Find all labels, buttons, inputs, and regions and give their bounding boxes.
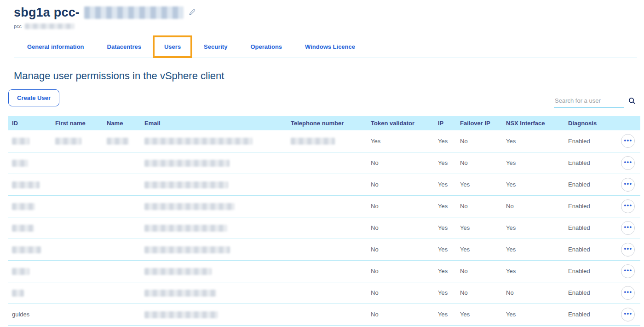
cell-diagnosis: Enabled: [564, 217, 615, 239]
cell-token-validator: Yes: [367, 130, 434, 152]
cell-token-validator: No: [367, 304, 434, 325]
cell-token-validator: No: [367, 260, 434, 282]
redacted-id: [12, 290, 24, 297]
cell-nsx-interface: No: [502, 282, 564, 304]
redacted-email: [144, 181, 228, 188]
col-name: Name: [103, 116, 141, 130]
tab-windows-licence[interactable]: Windows Licence: [293, 35, 367, 58]
cell-nsx-interface: Yes: [502, 130, 564, 152]
cell-failover-ip: No: [456, 152, 502, 174]
redacted-first-name: [55, 138, 81, 145]
col-failover-ip: Failover IP: [456, 116, 502, 130]
redacted-email: [144, 246, 230, 253]
col-nsx-interface: NSX Interface: [502, 116, 564, 130]
table-row: No Yes No Yes Enabled •••: [8, 152, 640, 174]
redacted-id: [12, 160, 28, 167]
cell-diagnosis: Enabled: [564, 174, 615, 195]
row-actions-button[interactable]: •••: [621, 264, 635, 278]
page-title: sbg1a pcc-: [14, 6, 80, 20]
redacted-ip: [25, 23, 75, 29]
cell-failover-ip: No: [456, 195, 502, 217]
cell-ip: Yes: [434, 239, 456, 260]
redacted-id: [12, 181, 40, 188]
table-row: No Yes No No Enabled •••: [8, 195, 640, 217]
cell-nsx-interface: Yes: [502, 174, 564, 195]
cell-diagnosis: Enabled: [564, 304, 615, 325]
redacted-email: [144, 160, 230, 167]
row-actions-button[interactable]: •••: [621, 243, 635, 257]
cell-diagnosis: Enabled: [564, 195, 615, 217]
cell-diagnosis: Enabled: [564, 239, 615, 260]
cell-ip: Yes: [434, 152, 456, 174]
search-button[interactable]: [628, 97, 636, 106]
cell-failover-ip: Yes: [456, 217, 502, 239]
ellipsis-icon: •••: [624, 267, 632, 273]
redacted-id: [12, 246, 41, 253]
row-actions-button[interactable]: •••: [621, 286, 635, 300]
cell-id: guides: [8, 304, 52, 325]
cell-diagnosis: Enabled: [564, 152, 615, 174]
cell-ip: Yes: [434, 174, 456, 195]
ellipsis-icon: •••: [624, 245, 632, 251]
cell-ip: Yes: [434, 282, 456, 304]
row-actions-button[interactable]: •••: [621, 199, 635, 213]
redacted-name: [107, 138, 129, 145]
cell-failover-ip: No: [456, 282, 502, 304]
table-row: guides No Yes Yes Yes Enabled •••: [8, 304, 640, 325]
row-actions-button[interactable]: •••: [621, 134, 635, 148]
tab-general-information[interactable]: General information: [16, 35, 96, 58]
table-row: No Yes No No Enabled •••: [8, 282, 640, 304]
cell-token-validator: No: [367, 174, 434, 195]
edit-title-button[interactable]: [188, 8, 196, 18]
redacted-id: [12, 203, 35, 210]
row-actions-button[interactable]: •••: [621, 221, 635, 235]
page-header: sbg1a pcc- pcc-: [0, 0, 644, 29]
cell-failover-ip: Yes: [456, 174, 502, 195]
redacted-email: [144, 138, 253, 145]
col-email: Email: [141, 116, 287, 130]
pencil-icon: [188, 8, 196, 18]
service-subtitle: pcc-: [14, 23, 644, 29]
table-row: No Yes Yes Yes Enabled •••: [8, 217, 640, 239]
redacted-id: [12, 268, 29, 275]
table-row: No Yes Yes Yes Enabled •••: [8, 239, 640, 260]
col-ip: IP: [434, 116, 456, 130]
col-id: ID: [8, 116, 52, 130]
toolbar: Create User: [8, 89, 636, 109]
redacted-email: [144, 268, 212, 275]
table-header: ID First name Name Email Telephone numbe…: [8, 116, 640, 130]
cell-failover-ip: No: [456, 260, 502, 282]
search-input[interactable]: [554, 95, 624, 108]
cell-token-validator: No: [367, 195, 434, 217]
cell-nsx-interface: Yes: [502, 304, 564, 325]
col-actions: [615, 116, 640, 130]
tab-bar: General information Datacentres Users Se…: [16, 35, 644, 58]
row-actions-button[interactable]: •••: [621, 156, 635, 170]
create-user-button[interactable]: Create User: [8, 89, 59, 106]
table-row: No Yes Yes Yes Enabled •••: [8, 174, 640, 195]
redacted-id: [12, 225, 34, 232]
cell-diagnosis: Enabled: [564, 130, 615, 152]
cell-token-validator: No: [367, 282, 434, 304]
cell-ip: Yes: [434, 130, 456, 152]
redacted-email: [144, 225, 227, 232]
tab-security[interactable]: Security: [192, 35, 239, 58]
tab-users[interactable]: Users: [153, 35, 192, 58]
section-heading: Manage user permissions in the vSphere c…: [14, 70, 644, 82]
col-first-name: First name: [52, 116, 103, 130]
col-token-validator: Token validator: [367, 116, 434, 130]
col-diagnosis: Diagnosis: [564, 116, 615, 130]
cell-token-validator: No: [367, 152, 434, 174]
cell-token-validator: No: [367, 217, 434, 239]
users-table: ID First name Name Email Telephone numbe…: [8, 116, 640, 326]
ellipsis-icon: •••: [624, 159, 632, 165]
row-actions-button[interactable]: •••: [621, 178, 635, 192]
tab-operations[interactable]: Operations: [239, 35, 293, 58]
tab-datacentres[interactable]: Datacentres: [96, 35, 153, 58]
redacted-id: [12, 138, 29, 145]
ellipsis-icon: •••: [624, 181, 632, 187]
row-actions-button[interactable]: •••: [621, 308, 635, 321]
ellipsis-icon: •••: [624, 289, 632, 295]
cell-ip: Yes: [434, 217, 456, 239]
table-row: Yes Yes No Yes Enabled •••: [8, 130, 640, 152]
